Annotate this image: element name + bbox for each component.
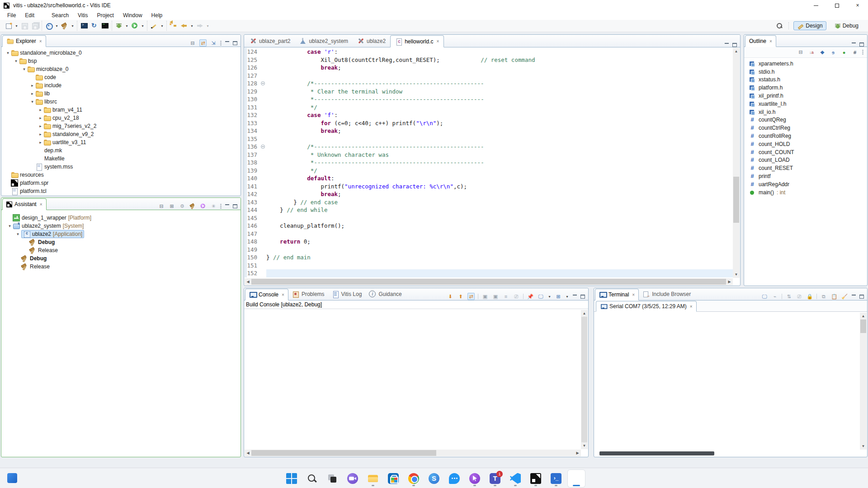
explorer-item-microblaze-0[interactable]: ▾microblaze_0 [1, 65, 241, 73]
assistant-item-debug[interactable]: Debug [3, 254, 241, 263]
scroll-down-icon[interactable]: ▼ [733, 271, 740, 278]
console-output[interactable] [245, 310, 581, 449]
console-horizontal-scrollbar[interactable]: ◀ ▶ [245, 450, 581, 456]
menu-edit[interactable]: Edit [20, 11, 39, 19]
collapse-all-icon[interactable]: ⊟ [189, 39, 196, 47]
minimize-icon[interactable] [225, 41, 230, 45]
code-line-138[interactable]: 138 *-----------------------------------… [245, 159, 733, 167]
minimize-icon[interactable] [572, 295, 577, 299]
scrollbar-thumb[interactable] [581, 317, 587, 442]
chevron-down-icon[interactable]: ▾ [15, 232, 21, 236]
chevron-right-icon[interactable]: ▸ [38, 108, 43, 112]
menu-window[interactable]: Window [118, 11, 147, 19]
link-with-editor-icon[interactable]: ⇄ [199, 39, 207, 47]
new-icon[interactable] [4, 21, 13, 30]
code-line-147[interactable]: 147 [245, 230, 733, 238]
focus-icon[interactable]: ⇲ [210, 39, 217, 47]
explorer-item-uartlite-v3-11[interactable]: ▸uartlite_v3_11 [1, 138, 241, 146]
scroll-up-icon[interactable]: ▲ [860, 313, 867, 319]
close-icon[interactable]: × [282, 292, 284, 297]
taskbar-teams-icon[interactable]: T1 [486, 470, 504, 487]
settings-gear-icon[interactable]: ⚙ [179, 202, 186, 210]
display-console-dropdown[interactable]: ▾ [547, 295, 552, 299]
outline-item-countrollreg[interactable]: #countRollReg [745, 132, 866, 140]
code-line-128[interactable]: 128 /*----------------------------------… [245, 80, 733, 88]
taskbar-camera-icon[interactable] [344, 470, 361, 487]
code-line-127[interactable]: 127 [245, 72, 733, 80]
tab-problems[interactable]: Problems [288, 288, 328, 300]
outline-item-printf[interactable]: #printf [745, 172, 866, 180]
outline-item-xil-printf-h[interactable]: xil_printf.h [745, 92, 866, 100]
outline-item-xstatus-h[interactable]: xstatus.h [745, 76, 866, 84]
outline-item-stdio-h[interactable]: stdio.h [745, 68, 866, 76]
console-vertical-scrollbar[interactable]: ▲ ▼ [581, 310, 588, 449]
tab-vitis-log[interactable]: Vitis Log [328, 288, 366, 300]
scroll-down-icon[interactable]: ▼ [581, 442, 588, 449]
maximize-icon[interactable] [580, 295, 585, 299]
hide-macros-icon[interactable]: # [851, 49, 859, 56]
chevron-down-icon[interactable]: ▾ [29, 99, 35, 104]
sort-icon[interactable]: ↓a [808, 49, 815, 56]
code-line-125[interactable]: 125 Xil_Out8(countCtrlReg,count_RESET); … [245, 56, 733, 64]
chevron-right-icon[interactable]: ▸ [29, 91, 35, 96]
maximize-icon[interactable] [233, 41, 237, 45]
outline-item-main[interactable]: main() : int [745, 188, 866, 197]
run-icon[interactable] [130, 21, 139, 30]
taskbar-powershell-icon[interactable]: ›_ [547, 470, 565, 487]
hide-non-public-icon[interactable]: ● [840, 49, 848, 56]
display-console-icon[interactable]: 🖵 [537, 293, 544, 300]
taskbar-store-icon[interactable] [385, 470, 402, 487]
code-line-152[interactable]: 152 [245, 269, 733, 277]
collapse-all-icon[interactable]: ⊟ [797, 49, 804, 56]
taskbar-taskview-icon[interactable] [324, 470, 341, 487]
back-to-annotation-icon[interactable] [169, 21, 178, 30]
build-dropdown[interactable]: ▾ [71, 24, 75, 28]
debug-icon[interactable]: ✳ [210, 202, 217, 210]
clear-terminal-icon[interactable]: ⎚ [796, 293, 803, 300]
terminal-output[interactable] [594, 313, 860, 450]
explorer-item-system-mss[interactable]: system.mss [1, 163, 241, 171]
code-line-151[interactable]: 151 [245, 262, 733, 270]
explorer-item-libsrc[interactable]: ▾libsrc [1, 98, 241, 106]
view-menu-icon[interactable] [220, 41, 222, 46]
scrollbar-thumb[interactable] [251, 450, 436, 456]
perspective-debug-button[interactable]: Debug [831, 22, 862, 30]
view-menu-icon[interactable] [220, 204, 222, 209]
code-line-130[interactable]: 130 *-----------------------------------… [245, 95, 733, 103]
new-dropdown[interactable]: ▾ [14, 24, 19, 28]
lock-icon[interactable]: 🔒 [806, 293, 813, 300]
explorer-item-standalone-microblaze-0[interactable]: ▾standalone_microblaze_0 [1, 49, 241, 57]
scroll-right-icon[interactable]: ▶ [726, 278, 733, 285]
menu-vitis[interactable]: Vitis [73, 11, 92, 19]
chevron-right-icon[interactable]: ▸ [29, 83, 35, 88]
outline-item-platform-h[interactable]: platform.h [745, 84, 866, 92]
paste-icon[interactable]: 📋 [830, 293, 838, 300]
back-dropdown[interactable]: ▾ [190, 24, 194, 28]
outline-item-xuartlite-l-h[interactable]: xuartlite_l.h [745, 100, 866, 108]
save-icon[interactable] [20, 21, 29, 30]
debug-dropdown[interactable]: ▾ [125, 24, 129, 28]
menu-file[interactable]: File [3, 11, 20, 19]
scroll-up-icon[interactable]: ▲ [581, 310, 588, 317]
fold-collapse-icon[interactable] [260, 80, 266, 88]
hide-static-icon[interactable]: s [830, 49, 837, 56]
code-line-124[interactable]: 124 case 'r': [245, 48, 733, 56]
clean-icon[interactable]: 🧹 [841, 293, 848, 300]
close-icon[interactable]: × [690, 304, 693, 309]
assistant-item-ublaze2-system[interactable]: ▾ublaze2_system[System] [3, 222, 241, 230]
chevron-right-icon[interactable]: ▸ [38, 140, 43, 145]
taskbar-vscode-icon[interactable] [507, 470, 524, 487]
tab-explorer[interactable]: Explorer× [2, 35, 46, 47]
outline-item-count-reset[interactable]: #count_RESET [745, 164, 866, 172]
explorer-item-platform-tcl[interactable]: platform.tcl [1, 187, 241, 195]
terminal-icon[interactable] [80, 21, 89, 30]
explorer-item-dep-mk[interactable]: dep.mk [1, 146, 241, 155]
open-terminal-icon[interactable]: 🖵 [761, 293, 768, 300]
terminal-vertical-scrollbar[interactable]: ▲ ▼ [860, 313, 867, 450]
open-console-dropdown[interactable]: ▾ [565, 295, 569, 299]
code-line-144[interactable]: 144 } // end while [245, 206, 733, 214]
explorer-item-lib[interactable]: ▸lib [1, 89, 241, 98]
editor-horizontal-scrollbar[interactable]: ◀ ▶ [245, 278, 733, 285]
taskbar-explorer-icon[interactable] [364, 470, 382, 487]
explorer-item-resources[interactable]: resources [1, 171, 241, 179]
